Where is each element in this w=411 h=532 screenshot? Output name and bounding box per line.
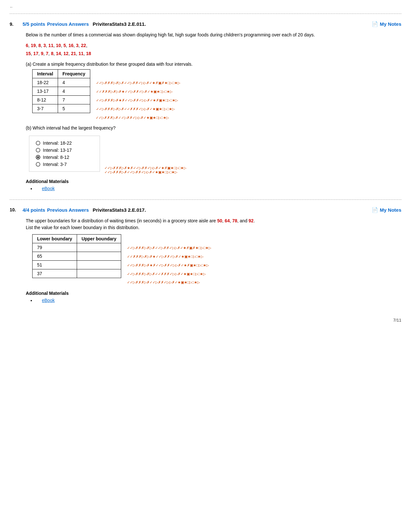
- interval-radio-group: Interval: 18-22 Interval: 13-17 Interval…: [29, 136, 100, 172]
- symbols-row-2: ✓✓✗✗✗▷✗▷✗★✓✓▷✗✗✓▷✗✓★▣★□▷□★▷: [90, 87, 185, 96]
- notes-icon-10: 📄: [372, 207, 378, 213]
- table-row-extra: ✓✓▷✗✗✗▷✗✓✓▷✗✗✓▷▷✗✓★▣★□▷□★▷: [33, 278, 216, 286]
- radio-item-3-7[interactable]: Interval: 3-7: [36, 162, 93, 167]
- question-10-block: 10. 4/4 points Previous Answers Priviter…: [10, 204, 401, 306]
- symbol-strip-5: ✓✓▷✗✗✗▷✗✓✓▷✗✗✓▷▷✗✓★▣★□▷□★▷: [96, 116, 169, 120]
- symbol-strip-1: ✓✓▷✗✗✗▷✗▷✗✓✓▷✗✗✓▷▷✗✓★✗▣✗★□▷□★▷: [96, 81, 180, 85]
- question-9-prev-answers: Previous Answers: [47, 21, 89, 27]
- freq-3-7: 5: [58, 104, 90, 113]
- table-header-symbols: [90, 70, 185, 78]
- question-10-meta: 10. 4/4 points Previous Answers Priviter…: [10, 207, 372, 213]
- freq-18-22: 4: [58, 78, 90, 87]
- page-number: 7/11: [393, 318, 401, 323]
- table-row: 18-22 4 ✓✓▷✗✗✗▷✗▷✗✓✓▷✗✗✓▷▷✗✓★✗▣✗★□▷□★▷: [33, 78, 185, 87]
- ebook-link-9[interactable]: eBook: [42, 186, 55, 191]
- row-symbols-1: ✓✓▷✗✗✗▷✗▷✗✓✓▷✗✗✓▷▷✗✓★✗▣✗★□▷□★▷: [121, 243, 216, 252]
- additional-materials-label-10: Additional Materials: [26, 291, 401, 296]
- radio-symbols-1: ✓✓▷✗✗✗▷✗★✗✓✓▷✗✗✓▷▷✗✓★✗▣★□▷□★▷: [104, 166, 186, 170]
- frequency-table: Interval Frequency 18-22 4 ✓✓▷✗✗✗▷✗▷✗✓✓▷…: [32, 69, 185, 121]
- q10-upper-64: 64: [225, 218, 230, 223]
- question-9-block: 9. 5/5 points Previous Answers Privitera…: [10, 18, 401, 194]
- radio-8-12[interactable]: [36, 155, 40, 160]
- radio-item-8-12[interactable]: Interval: 8-12: [36, 155, 93, 160]
- question-10-header: 10. 4/4 points Previous Answers Priviter…: [10, 207, 401, 213]
- question-9-data: 6, 19, 8, 3, 11, 10, 5, 16, 3, 22, 15, 1…: [26, 42, 401, 58]
- question-9-additional-materials: Additional Materials eBook: [26, 179, 401, 191]
- boundary-symbol-1: ✓✓▷✗✗✗▷✗▷✗✓✓▷✗✗✓▷▷✗✓★✗▣✗★□▷□★▷: [127, 246, 211, 250]
- upper-row-2: [77, 252, 121, 260]
- upper-boundary-header: Upper boundary: [77, 234, 121, 243]
- top-marker: ←: [10, 3, 401, 11]
- question-10-prev-answers: Previous Answers: [47, 207, 89, 213]
- symbols-row-5: ✓✓▷✗✗✗▷✗✓✓▷✗✗✓▷▷✗✓★▣★□▷□★▷: [90, 113, 185, 121]
- question-9-body: Below is the number of times a commercia…: [26, 32, 401, 191]
- q10-text-before: The upper boundaries for a distribution …: [26, 218, 216, 223]
- question-10-book-ref: PriviteraStats3 2.E.017.: [93, 207, 146, 213]
- freq-13-17: 4: [58, 87, 90, 96]
- radio-18-22[interactable]: [36, 141, 40, 145]
- question-9-points: 5/5 points: [23, 21, 45, 27]
- question-10-points: 4/4 points: [23, 207, 45, 213]
- boundary-symbol-3: ✓✓▷✗✗✗▷✗★✗✓✓▷✗✗✓▷▷✗✓★✗▣★□▷□★▷: [127, 263, 209, 267]
- table-row-extra: ✓✓▷✗✗✗▷✗✓✓▷✗✗✓▷▷✗✓★▣★□▷□★▷: [33, 113, 185, 121]
- question-10-text: The upper boundaries for a distribution …: [26, 218, 401, 231]
- upper-row-3: [77, 260, 121, 269]
- question-9-header: 9. 5/5 points Previous Answers Privitera…: [10, 21, 401, 27]
- boundary-symbol-4: ✓✓▷✗✗✗▷✗▷✗✓✓✗✗✗✓▷▷✗✓★▣★□▷□★▷: [127, 272, 206, 276]
- table-row: 3-7 5 ✓✓▷✗✗✗▷✗▷✗✓✓✗✗✗✓▷▷✗✓★▣★□▷□★▷: [33, 104, 185, 113]
- ebook-link-10[interactable]: eBook: [42, 298, 55, 303]
- boundary-symbol-2: ✓✓✗✗✗▷✗▷✗★✓✓▷✗✗✓▷✗✓★▣★□▷□★▷: [127, 255, 203, 258]
- question-9-my-notes[interactable]: 📄 My Notes: [372, 21, 401, 27]
- q10-upper-50: 50: [217, 218, 222, 223]
- q10-upper-78: 78: [232, 218, 237, 223]
- row-symbols-3: ✓✓▷✗✗✗▷✗★✗✓✓▷✗✗✓▷▷✗✓★✗▣★□▷□★▷: [121, 260, 216, 269]
- table-row: 8-12 7 ✓✓▷✗✗✗▷✗★✗✓✓▷✗✗✓▷▷✗✓★✗▣★□▷□★▷: [33, 96, 185, 104]
- row-symbols-2: ✓✓✗✗✗▷✗▷✗★✓✓▷✗✗✓▷✗✓★▣★□▷□★▷: [121, 252, 216, 260]
- lower-boundary-header: Lower boundary: [33, 234, 77, 243]
- lower-51: 51: [33, 260, 77, 269]
- interval-8-12: 8-12: [33, 96, 58, 104]
- boundary-symbol-5: ✓✓▷✗✗✗▷✗✓✓▷✗✗✓▷▷✗✓★▣★□▷□★▷: [127, 280, 200, 284]
- top-divider: [10, 14, 401, 14]
- question-9-my-notes-label: My Notes: [380, 21, 401, 27]
- boundary-table: Lower boundary Upper boundary 79 ✓✓▷✗✗✗▷…: [32, 234, 216, 286]
- lower-65: 65: [33, 252, 77, 260]
- table-header-frequency: Frequency: [58, 70, 90, 78]
- table-row: 79 ✓✓▷✗✗✗▷✗▷✗✓✓▷✗✗✓▷▷✗✓★✗▣✗★□▷□★▷: [33, 243, 216, 252]
- radio-label-18-22: Interval: 18-22: [43, 140, 72, 146]
- table-row: 65 ✓✓✗✗✗▷✗▷✗★✓✓▷✗✗✓▷✗✓★▣★□▷□★▷: [33, 252, 216, 260]
- additional-materials-label-9: Additional Materials: [26, 179, 401, 184]
- question-10-additional-materials: Additional Materials eBook: [26, 291, 401, 303]
- middle-divider: [10, 199, 401, 200]
- lower-37: 37: [33, 269, 77, 278]
- radio-13-17[interactable]: [36, 148, 40, 152]
- symbols-row-1: ✓✓▷✗✗✗▷✗▷✗✓✓▷✗✗✓▷▷✗✓★✗▣✗★□▷□★▷: [90, 78, 185, 87]
- q10-period: .: [254, 218, 255, 223]
- q10-upper-92: 92: [249, 218, 254, 223]
- radio-3-7[interactable]: [36, 162, 40, 167]
- upper-row-1: [77, 243, 121, 252]
- page-footer: 7/11: [0, 314, 411, 326]
- question-10-my-notes[interactable]: 📄 My Notes: [372, 207, 401, 213]
- q10-comma-1: ,: [222, 218, 225, 223]
- table-row: 37 ✓✓▷✗✗✗▷✗▷✗✓✓✗✗✗✓▷▷✗✓★▣★□▷□★▷: [33, 269, 216, 278]
- data-line-1: 6, 19, 8, 3, 11, 10, 5, 16, 3, 22,: [26, 42, 401, 50]
- symbols-row-3: ✓✓▷✗✗✗▷✗★✗✓✓▷✗✗✓▷▷✗✓★✗▣★□▷□★▷: [90, 96, 185, 104]
- notes-icon-9: 📄: [372, 21, 378, 27]
- question-10-body: The upper boundaries for a distribution …: [26, 218, 401, 303]
- row-symbols-4: ✓✓▷✗✗✗▷✗▷✗✓✓✗✗✗✓▷▷✗✓★▣★□▷□★▷: [121, 269, 216, 278]
- lower-79: 79: [33, 243, 77, 252]
- freq-8-12: 7: [58, 96, 90, 104]
- q10-and: , and: [237, 218, 249, 223]
- table-row: 13-17 4 ✓✓✗✗✗▷✗▷✗★✓✓▷✗✗✓▷✗✓★▣★□▷□★▷: [33, 87, 185, 96]
- ebook-list-item-9: eBook: [35, 186, 401, 191]
- symbol-strip-2: ✓✓✗✗✗▷✗▷✗★✓✓▷✗✗✓▷✗✓★▣★□▷□★▷: [96, 90, 172, 93]
- row-symbols-5: ✓✓▷✗✗✗▷✗✓✓▷✗✗✓▷▷✗✓★▣★□▷□★▷: [121, 278, 216, 286]
- ebook-list-item-10: eBook: [35, 298, 401, 303]
- interval-18-22: 18-22: [33, 78, 58, 87]
- part-a-label: (a) Create a simple frequency distributi…: [26, 62, 401, 67]
- radio-label-13-17: Interval: 13-17: [43, 148, 72, 153]
- empty-lower-cell: [33, 278, 121, 286]
- radio-item-13-17[interactable]: Interval: 13-17: [36, 148, 93, 153]
- radio-item-18-22[interactable]: Interval: 18-22: [36, 140, 93, 146]
